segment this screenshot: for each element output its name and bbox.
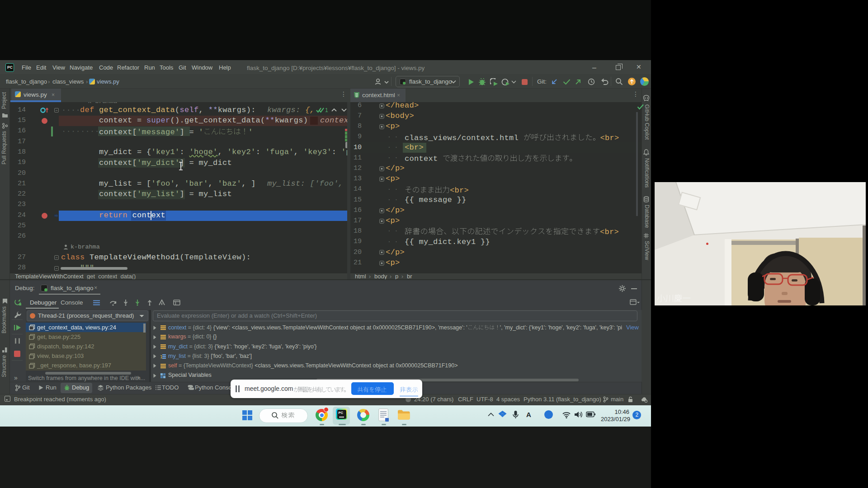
svg-text:1: 1: [160, 355, 162, 359]
svg-text:1: 1: [325, 107, 328, 113]
